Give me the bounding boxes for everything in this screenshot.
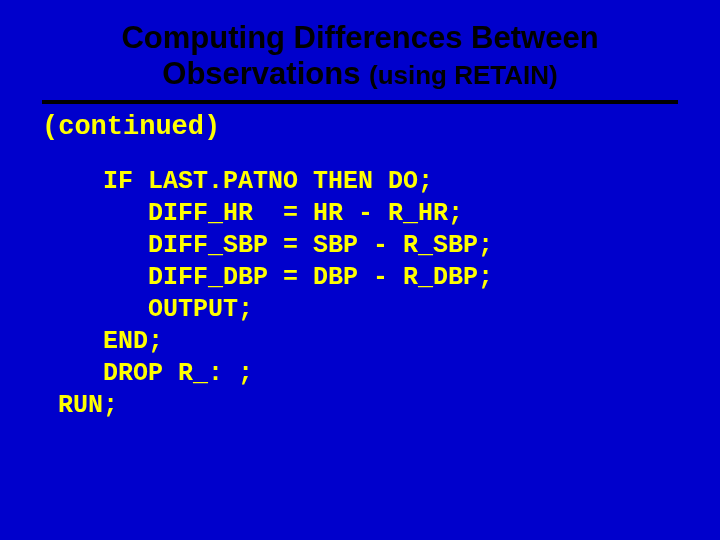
code-line-7: DROP R_: ; (58, 359, 253, 388)
code-line-2: DIFF_HR = HR - R_HR; (58, 199, 463, 228)
title-line-2-main: Observations (162, 56, 369, 91)
code-block: IF LAST.PATNO THEN DO; DIFF_HR = HR - R_… (58, 166, 493, 422)
slide-title: Computing Differences Between Observatio… (0, 20, 720, 91)
code-line-5: OUTPUT; (58, 295, 253, 324)
title-underline (42, 100, 678, 104)
code-line-1: IF LAST.PATNO THEN DO; (58, 167, 433, 196)
title-line-1: Computing Differences Between (0, 20, 720, 56)
continued-label: (continued) (42, 112, 220, 142)
title-line-2-paren: (using RETAIN) (369, 60, 558, 90)
code-line-3: DIFF_SBP = SBP - R_SBP; (58, 231, 493, 260)
code-line-4: DIFF_DBP = DBP - R_DBP; (58, 263, 493, 292)
slide: Computing Differences Between Observatio… (0, 0, 720, 540)
code-line-8: RUN; (58, 391, 118, 420)
code-line-6: END; (58, 327, 163, 356)
title-line-2: Observations (using RETAIN) (0, 56, 720, 92)
